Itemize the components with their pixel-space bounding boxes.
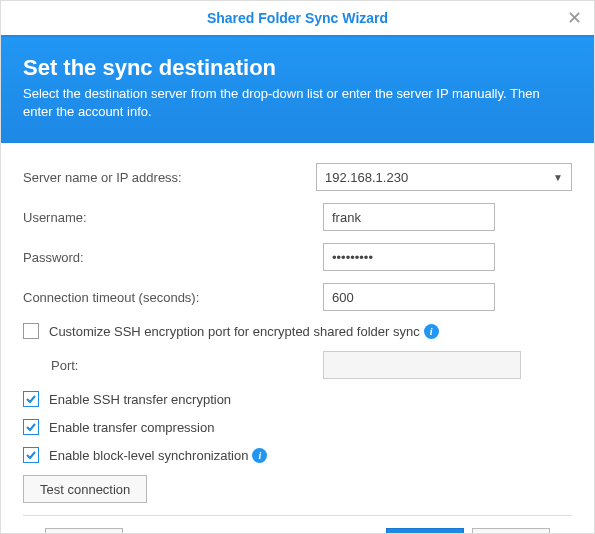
wizard-header: Set the sync destination Select the dest… — [1, 37, 594, 143]
window-title: Shared Folder Sync Wizard — [207, 10, 388, 26]
back-button[interactable]: Back — [45, 528, 123, 534]
username-label: Username: — [23, 210, 323, 225]
close-icon[interactable]: ✕ — [564, 9, 584, 29]
info-icon[interactable]: i — [424, 324, 439, 339]
timeout-label: Connection timeout (seconds): — [23, 290, 323, 305]
password-input[interactable] — [323, 243, 495, 271]
enable-compression-checkbox[interactable] — [23, 419, 39, 435]
cancel-button[interactable]: Cancel — [472, 528, 550, 534]
wizard-footer: Back Next Cancel — [23, 515, 572, 534]
page-title: Set the sync destination — [23, 55, 572, 81]
customize-ssh-checkbox[interactable] — [23, 323, 39, 339]
port-label: Port: — [51, 358, 323, 373]
titlebar: Shared Folder Sync Wizard ✕ — [1, 1, 594, 37]
customize-ssh-label: Customize SSH encryption port for encryp… — [49, 324, 420, 339]
chevron-down-icon: ▼ — [553, 172, 563, 183]
server-select[interactable]: 192.168.1.230 ▼ — [316, 163, 572, 191]
next-button[interactable]: Next — [386, 528, 464, 534]
port-input — [323, 351, 521, 379]
enable-block-checkbox[interactable] — [23, 447, 39, 463]
enable-block-label: Enable block-level synchronization — [49, 448, 248, 463]
server-value: 192.168.1.230 — [325, 170, 408, 185]
server-label: Server name or IP address: — [23, 170, 316, 185]
enable-ssh-label: Enable SSH transfer encryption — [49, 392, 231, 407]
username-input[interactable] — [323, 203, 495, 231]
form-content: Server name or IP address: 192.168.1.230… — [1, 143, 594, 503]
enable-compression-label: Enable transfer compression — [49, 420, 214, 435]
enable-ssh-checkbox[interactable] — [23, 391, 39, 407]
password-label: Password: — [23, 250, 323, 265]
test-connection-button[interactable]: Test connection — [23, 475, 147, 503]
page-subtitle: Select the destination server from the d… — [23, 85, 572, 121]
info-icon[interactable]: i — [252, 448, 267, 463]
timeout-input[interactable] — [323, 283, 495, 311]
